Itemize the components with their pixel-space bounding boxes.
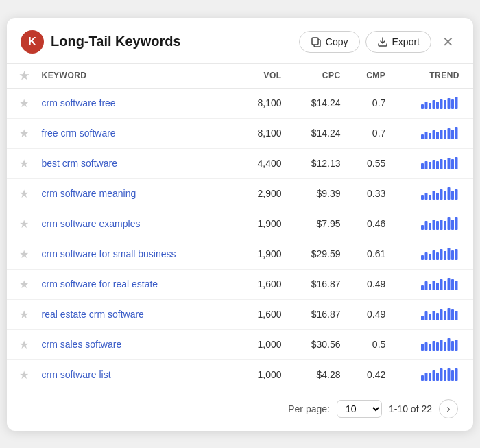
svg-rect-43 [425, 221, 428, 230]
table-row: ★crm software free8,100$14.240.7 [7, 88, 473, 118]
star-cell: ★ [7, 239, 36, 269]
svg-rect-58 [444, 251, 446, 260]
svg-rect-73 [425, 311, 428, 320]
svg-rect-92 [421, 375, 424, 381]
trend-cell [392, 359, 473, 390]
svg-rect-61 [455, 249, 458, 260]
svg-rect-69 [448, 278, 451, 290]
next-page-button[interactable]: › [439, 399, 458, 418]
svg-rect-7 [440, 99, 443, 109]
keyword-cell: crm software examples [36, 209, 237, 239]
svg-rect-24 [429, 162, 431, 169]
col-header-cpc: CPC [289, 63, 348, 88]
svg-rect-52 [421, 255, 424, 260]
keyword-link[interactable]: crm software for small business [41, 248, 176, 259]
svg-rect-28 [444, 160, 446, 169]
svg-rect-16 [436, 132, 439, 139]
cmp-cell: 0.5 [348, 329, 393, 359]
svg-rect-63 [425, 281, 428, 290]
svg-rect-90 [451, 341, 454, 351]
favorite-star-icon[interactable]: ★ [19, 248, 29, 260]
svg-rect-1 [312, 38, 318, 45]
svg-rect-49 [448, 217, 451, 230]
svg-rect-101 [455, 368, 458, 381]
keyword-link[interactable]: best crm software [41, 158, 117, 169]
svg-rect-81 [455, 311, 458, 320]
table-footer: Per page: 10 25 50 1-10 of 22 › [7, 390, 473, 418]
svg-rect-41 [455, 189, 458, 200]
keyword-link[interactable]: crm software for real estate [41, 279, 158, 290]
keyword-link[interactable]: crm software free [41, 97, 115, 108]
keyword-link[interactable]: crm sales software [41, 339, 121, 350]
cmp-cell: 0.33 [348, 178, 393, 209]
star-cell: ★ [7, 269, 36, 299]
copy-icon [311, 36, 322, 47]
keyword-link[interactable]: real estate crm software [41, 309, 143, 320]
favorite-star-icon[interactable]: ★ [19, 188, 29, 200]
trend-svg [421, 367, 459, 381]
keyword-link[interactable]: crm software examples [41, 218, 140, 229]
cpc-cell: $14.24 [289, 118, 348, 148]
svg-rect-53 [425, 252, 428, 260]
favorite-star-icon[interactable]: ★ [19, 309, 29, 320]
cpc-cell: $30.56 [289, 329, 348, 359]
per-page-label: Per page: [288, 403, 330, 414]
favorite-star-icon[interactable]: ★ [19, 218, 29, 230]
col-header-keyword: KEYWORD [36, 63, 237, 88]
svg-rect-45 [433, 220, 435, 230]
svg-rect-32 [421, 195, 424, 200]
favorite-star-icon[interactable]: ★ [19, 369, 29, 381]
keyword-link[interactable]: crm software list [41, 369, 110, 380]
close-button[interactable]: ✕ [437, 31, 459, 53]
cpc-cell: $16.87 [289, 269, 348, 299]
trend-svg [421, 95, 459, 109]
vol-cell: 1,900 [237, 239, 288, 269]
svg-rect-57 [440, 249, 443, 260]
favorite-star-icon[interactable]: ★ [19, 339, 29, 351]
cmp-cell: 0.61 [348, 239, 393, 269]
star-cell: ★ [7, 88, 36, 118]
trend-cell [392, 299, 473, 329]
svg-rect-38 [444, 191, 446, 200]
keyword-link[interactable]: free crm software [41, 128, 115, 139]
svg-rect-40 [451, 191, 454, 200]
svg-rect-6 [436, 102, 439, 109]
table-row: ★crm software for small business1,900$29… [7, 239, 473, 269]
trend-svg [421, 337, 459, 351]
vol-cell: 8,100 [237, 88, 288, 118]
main-card: K Long-Tail Keywords Copy Export ✕ [7, 18, 473, 431]
favorite-star-icon[interactable]: ★ [19, 97, 29, 109]
svg-rect-78 [444, 311, 446, 320]
svg-rect-37 [440, 189, 443, 200]
star-cell: ★ [7, 299, 36, 329]
per-page-select[interactable]: 10 25 50 [337, 400, 382, 418]
table-row: ★crm sales software1,000$30.560.5 [7, 329, 473, 359]
svg-rect-100 [451, 370, 454, 381]
pagination-info: 1-10 of 22 [389, 403, 432, 414]
svg-rect-33 [425, 193, 428, 200]
trend-cell [392, 239, 473, 269]
svg-rect-86 [436, 342, 439, 351]
keyword-link[interactable]: crm software meaning [41, 188, 136, 199]
svg-rect-35 [433, 191, 435, 200]
svg-rect-27 [440, 159, 443, 169]
star-cell: ★ [7, 118, 36, 148]
svg-rect-50 [451, 220, 454, 230]
svg-rect-65 [433, 281, 435, 290]
copy-button[interactable]: Copy [299, 31, 360, 53]
favorite-star-icon[interactable]: ★ [19, 279, 29, 290]
cpc-cell: $12.13 [289, 148, 348, 178]
favorite-star-icon[interactable]: ★ [19, 158, 29, 169]
svg-rect-94 [429, 373, 431, 381]
svg-rect-77 [440, 309, 443, 320]
vol-cell: 1,000 [237, 329, 288, 359]
table-row: ★crm software examples1,900$7.950.46 [7, 209, 473, 239]
svg-rect-4 [429, 103, 431, 109]
export-button[interactable]: Export [365, 31, 431, 53]
star-cell: ★ [7, 359, 36, 390]
vol-cell: 1,600 [237, 299, 288, 329]
col-header-star: ★ [7, 63, 36, 88]
svg-rect-75 [433, 311, 435, 320]
cmp-cell: 0.42 [348, 359, 393, 390]
favorite-star-icon[interactable]: ★ [19, 128, 29, 139]
